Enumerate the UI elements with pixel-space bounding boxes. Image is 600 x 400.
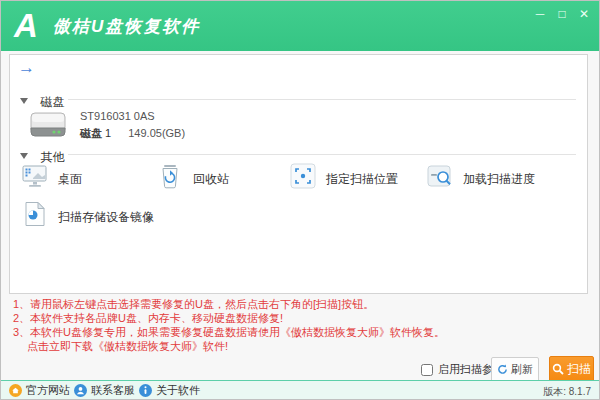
home-icon <box>9 384 22 397</box>
forward-arrow-icon[interactable]: → <box>18 58 35 78</box>
official-site-label: 官方网站 <box>26 383 70 398</box>
instruction-line-3: 3、本软件U盘修复专用，如果需要修复硬盘数据请使用《傲桔数据恢复大师》软件恢复。 <box>13 325 583 339</box>
list-item-label: 扫描存储设备镜像 <box>58 209 154 226</box>
refresh-button[interactable]: 刷新 <box>491 357 539 382</box>
maximize-icon[interactable]: □ <box>555 7 569 21</box>
link-official-site[interactable]: 官方网站 <box>9 383 70 398</box>
version-text: 版本: 8.1.7 <box>543 385 591 399</box>
section-header-other[interactable]: 其他 <box>20 147 64 161</box>
scan-button[interactable]: 扫描 <box>549 356 594 382</box>
search-icon <box>552 363 564 375</box>
scan-label: 扫描 <box>567 361 591 378</box>
list-item-load-progress[interactable]: 加载扫描进度 <box>427 163 567 191</box>
desktop-icon <box>22 163 48 189</box>
close-icon[interactable]: ✕ <box>577 7 591 21</box>
load-progress-icon <box>427 163 453 189</box>
link-about-software[interactable]: 关于软件 <box>139 383 200 398</box>
list-item-device-image[interactable]: 扫描存储设备镜像 <box>22 201 192 229</box>
recycle-bin-icon <box>157 163 183 189</box>
list-item-label: 桌面 <box>58 171 82 188</box>
instructions: 1、请用鼠标左键点击选择需要修复的U盘，然后点击右下角的[扫描]按钮。 2、本软… <box>13 297 583 353</box>
section-rule <box>68 154 576 155</box>
window-controls: ─ □ ✕ <box>533 7 591 21</box>
disk-model: ST916031 0AS <box>80 110 155 122</box>
info-icon <box>139 384 152 397</box>
app-window: A 傲桔U盘恢复软件 ─ □ ✕ → 磁盘 ST916031 0AS <box>0 0 600 400</box>
list-item-label: 指定扫描位置 <box>326 171 398 188</box>
collapse-triangle-icon <box>20 153 28 159</box>
list-item-recycle-bin[interactable]: 回收站 <box>157 163 277 191</box>
instruction-line-4[interactable]: 点击立即下载《傲桔数据恢复大师》软件! <box>13 339 583 353</box>
statusbar: 官方网站 联系客服 关于软件 版本: 8.1.7 <box>1 380 599 399</box>
contact-support-label: 联系客服 <box>91 383 135 398</box>
person-icon <box>74 384 87 397</box>
device-image-icon <box>22 201 48 227</box>
list-item-desktop[interactable]: 桌面 <box>22 163 142 191</box>
link-contact-support[interactable]: 联系客服 <box>74 383 135 398</box>
about-software-label: 关于软件 <box>156 383 200 398</box>
list-item-scan-location[interactable]: 指定扫描位置 <box>290 163 430 191</box>
hard-drive-icon <box>28 110 68 142</box>
app-title: 傲桔U盘恢复软件 <box>53 15 200 38</box>
refresh-icon <box>497 364 508 375</box>
disk-size: 149.05(GB) <box>128 127 185 139</box>
section-header-disk[interactable]: 磁盘 <box>20 92 64 106</box>
disk-list-item[interactable]: ST916031 0AS 磁盘 1 149.05(GB) <box>28 110 568 146</box>
titlebar: A 傲桔U盘恢复软件 ─ □ ✕ <box>1 1 599 51</box>
scan-location-icon <box>290 163 316 189</box>
instruction-line-1: 1、请用鼠标左键点击选择需要修复的U盘，然后点击右下角的[扫描]按钮。 <box>13 297 583 311</box>
disk-index: 1 <box>105 127 111 139</box>
refresh-label: 刷新 <box>511 362 533 377</box>
section-label-other: 其他 <box>40 150 64 164</box>
minimize-icon[interactable]: ─ <box>533 7 547 21</box>
section-label-disk: 磁盘 <box>40 95 64 109</box>
app-logo: A <box>14 7 38 45</box>
disk-detail-line: 磁盘 1 149.05(GB) <box>80 126 185 141</box>
list-item-label: 加载扫描进度 <box>463 171 535 188</box>
main-panel: → 磁盘 ST916031 0AS 磁盘 1 149.05(GB) <box>9 54 588 294</box>
section-rule <box>68 99 576 100</box>
disk-name: 磁盘 <box>80 127 102 139</box>
collapse-triangle-icon <box>20 98 28 104</box>
scan-params-checkbox[interactable] <box>421 364 433 376</box>
instruction-line-2: 2、本软件支持各品牌U盘、内存卡、移动硬盘数据修复! <box>13 311 583 325</box>
list-item-label: 回收站 <box>193 171 229 188</box>
